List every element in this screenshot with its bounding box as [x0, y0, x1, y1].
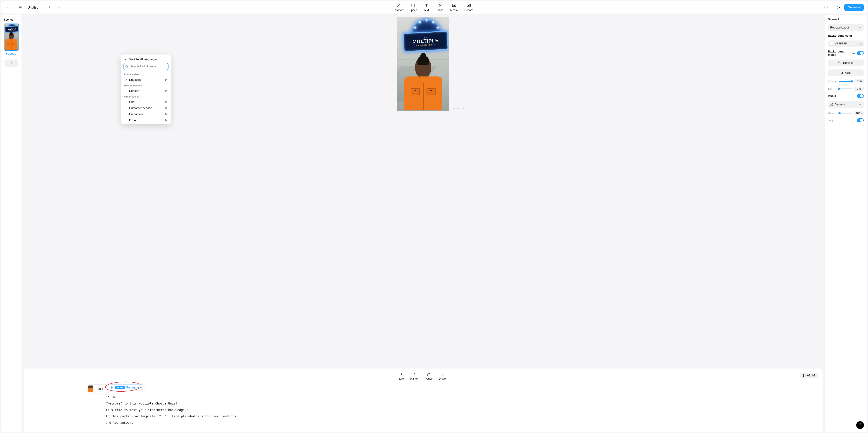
play-icon[interactable]: [165, 119, 167, 122]
center-area: THE MULTIPLE CHOICE QUIZ synthesia: [24, 15, 823, 432]
section-recommended: Recommended: [121, 83, 171, 88]
eye-off-icon[interactable]: [859, 42, 862, 45]
check-icon: [124, 78, 128, 81]
bg-color-label: Background color: [828, 34, 864, 37]
scene-title: Scene 1: [828, 18, 864, 21]
scene-thumb-1[interactable]: THE MULTIPLE CHOICE QUIZ: [4, 24, 19, 51]
sync-icon[interactable]: [823, 4, 829, 11]
voice-item-empathetic[interactable]: Empathetic: [121, 111, 171, 117]
gesture-icon: [399, 373, 403, 377]
opacity-value[interactable]: 100 %: [854, 80, 864, 84]
voice-item-chat[interactable]: Chat: [121, 99, 171, 105]
watermark: synthesia: [453, 108, 464, 110]
svg-marker-17: [165, 101, 167, 103]
tool-record[interactable]: Record: [465, 3, 473, 12]
voice-item-expert[interactable]: Expert: [121, 117, 171, 123]
redo-button[interactable]: [56, 4, 63, 11]
svg-marker-18: [165, 107, 167, 109]
opacity-slider[interactable]: [839, 81, 852, 82]
music-note-icon: [830, 103, 833, 106]
volume-value[interactable]: 18 %: [854, 111, 864, 115]
tool-shape[interactable]: Shape: [436, 3, 443, 12]
generate-button[interactable]: Generate: [844, 4, 864, 11]
svg-point-29: [831, 105, 831, 106]
bg-media-more-button[interactable]: ⋯: [852, 52, 855, 55]
music-track-select[interactable]: Dynamic: [828, 101, 864, 108]
script-text[interactable]: Hello! "Welcome" to this Multiple Choice…: [105, 394, 809, 426]
toolbar-center: Avatar Space Text Shape Media Record: [395, 3, 473, 12]
add-scene-button[interactable]: [4, 60, 18, 67]
svg-marker-10: [837, 6, 840, 9]
bg-media-label: Background media: [828, 50, 852, 56]
svg-point-3: [398, 4, 400, 5]
back-button[interactable]: [4, 4, 11, 11]
blur-slider[interactable]: [839, 88, 852, 89]
tool-text[interactable]: Text: [424, 3, 429, 12]
undo-button[interactable]: [47, 4, 53, 11]
voice-selector[interactable]: EN-US Engaging: [107, 384, 146, 391]
svg-marker-16: [165, 90, 167, 92]
tool-space[interactable]: Space: [409, 3, 417, 12]
svg-marker-19: [165, 113, 167, 115]
loop-label: Loop: [828, 119, 833, 122]
tool-media[interactable]: Media: [450, 3, 458, 12]
section-other: Other voices: [121, 94, 171, 99]
blur-value[interactable]: 0 %: [854, 87, 864, 91]
chevron-down-icon: [859, 103, 862, 106]
volume-slider[interactable]: [839, 113, 852, 114]
color-swatch: [830, 42, 833, 45]
shape-icon: [437, 3, 442, 8]
media-icon: [452, 3, 456, 8]
scenes-panel: Scenes THE MULTIPLE CHOICE QUIZ SCENE 1: [1, 15, 22, 432]
voice-search-input[interactable]: [123, 63, 168, 70]
pause-icon: [427, 373, 431, 377]
popover-back-button[interactable]: Back to all languages: [121, 57, 171, 63]
record-icon: [466, 3, 471, 8]
loop-toggle[interactable]: [857, 118, 864, 122]
bg-color-chip[interactable]: #FFFFFF: [828, 40, 864, 47]
replace-media-button[interactable]: Replace: [828, 60, 864, 66]
canvas[interactable]: THE MULTIPLE CHOICE QUIZ: [397, 17, 450, 111]
svg-point-30: [832, 105, 833, 105]
voice-item-serious[interactable]: Serious: [121, 88, 171, 94]
play-icon[interactable]: [165, 78, 167, 81]
script-panel: ture Marker Pause æ Diction 00:00: [24, 369, 823, 432]
menu-button[interactable]: [17, 4, 24, 11]
preview-play-button[interactable]: [835, 4, 841, 11]
play-icon[interactable]: [165, 100, 167, 103]
crop-media-button[interactable]: Crop: [828, 69, 864, 76]
main: Scenes THE MULTIPLE CHOICE QUIZ SCENE 1: [0, 15, 868, 433]
waveform-icon: [110, 386, 114, 389]
svg-marker-23: [803, 374, 805, 376]
canvas-avatar[interactable]: [402, 58, 445, 111]
tool-diction[interactable]: æ Diction: [439, 373, 447, 380]
blur-slider-row: Blur 0 %: [828, 87, 864, 91]
tool-gesture[interactable]: ture: [399, 373, 404, 380]
svg-rect-7: [452, 4, 456, 6]
scene-label-1: SCENE 1: [6, 53, 17, 55]
music-toggle[interactable]: [857, 94, 864, 98]
diction-icon: æ: [441, 373, 444, 377]
tool-marker[interactable]: Marker: [410, 373, 418, 380]
language-badge: EN-US: [115, 386, 125, 389]
space-icon: [411, 3, 416, 8]
tool-pause[interactable]: Pause: [425, 373, 433, 380]
voice-item-engaging[interactable]: Engaging: [121, 77, 171, 83]
document-title[interactable]: Untitled: [28, 6, 38, 9]
replace-layout-select[interactable]: Replace layout: [828, 24, 864, 31]
script-time[interactable]: 00:00: [800, 373, 818, 378]
chevron-up-icon: [141, 386, 143, 389]
svg-marker-20: [165, 119, 167, 121]
tool-avatar[interactable]: Avatar: [395, 3, 403, 12]
bg-media-toggle[interactable]: [857, 51, 864, 55]
play-icon[interactable]: [165, 106, 167, 110]
play-icon[interactable]: [165, 89, 167, 92]
help-button[interactable]: ?: [856, 421, 864, 429]
avatar-mini-icon: [88, 385, 93, 392]
play-icon[interactable]: [165, 113, 167, 116]
svg-point-9: [468, 5, 469, 6]
voice-item-customer-service[interactable]: Customer service: [121, 105, 171, 111]
voice-popover: Back to all languages In this video Enga…: [121, 55, 171, 124]
properties-panel: Scene 1 Replace layout Background color …: [825, 15, 867, 432]
avatar-selector[interactable]: Ronja: [87, 384, 110, 393]
